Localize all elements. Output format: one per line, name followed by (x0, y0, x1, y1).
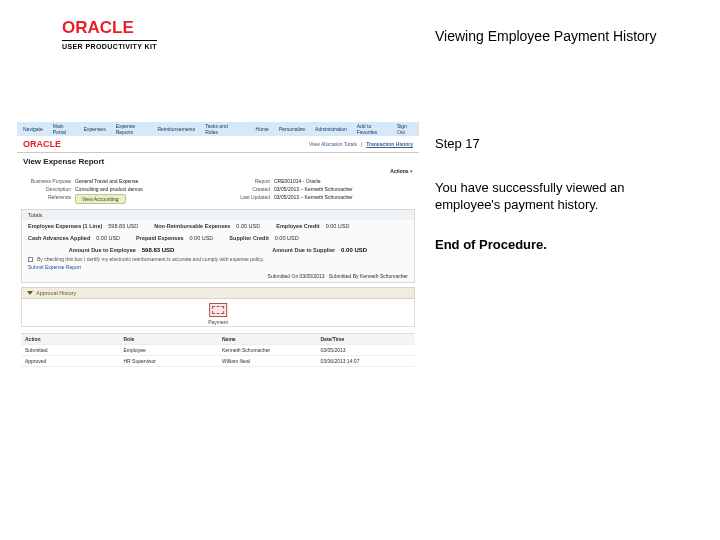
total-label: Supplier Credit (229, 235, 268, 241)
totals-header: Totals (22, 210, 414, 220)
cell: 03/06/2013 14:07 (317, 356, 416, 366)
app-header: ORACLE View Allocation Totals | Transact… (17, 136, 419, 152)
cell: Approved (21, 356, 120, 366)
app-topbar: Navigate Main Portal Expenses Expense Re… (17, 122, 419, 136)
col-datetime: Date/Time (317, 334, 416, 344)
field-label: Created (222, 186, 270, 192)
certify-checkbox[interactable] (28, 257, 33, 262)
approval-accordion: Approval History Payment (21, 287, 415, 327)
field-value: CRE001014 - Oracle (274, 178, 320, 184)
actions-label: Actions (390, 168, 408, 174)
nav-right[interactable]: Home (256, 126, 269, 132)
total-value: 0.00 USD (236, 223, 260, 229)
col-name: Name (218, 334, 317, 344)
total-label: Prepaid Expenses (136, 235, 183, 241)
cell: Kenneth Schumacher (218, 345, 317, 355)
total-value: 0.00 USD (275, 235, 299, 241)
view-link[interactable]: View Allocation Totals (309, 141, 357, 147)
history-table: Action Role Name Date/Time Submitted Emp… (21, 333, 415, 367)
amount-due-employee-value: 598.83 USD (142, 247, 175, 253)
chevron-down-icon (27, 291, 33, 295)
nav-item[interactable]: Reimbursements (157, 126, 195, 132)
section-heading: View Expense Report (17, 153, 419, 168)
nav-item[interactable]: Expense Reports (116, 123, 148, 135)
total-value: 598.83 USD (108, 223, 138, 229)
accordion-title: Approval History (36, 290, 76, 296)
instruction-panel: Step 17 You have successfully viewed an … (435, 135, 675, 253)
table-row: Submitted Employee Kenneth Schumacher 03… (21, 345, 415, 356)
brand-subtitle: USER PRODUCTIVITY KIT (62, 40, 157, 50)
view-accounting-button[interactable]: View Accounting (75, 194, 126, 204)
total-label: Employee Credit (276, 223, 319, 229)
nav-item[interactable]: Expenses (84, 126, 106, 132)
table-header-row: Action Role Name Date/Time (21, 334, 415, 345)
submitted-by-value: Kenneth Schumacher (360, 273, 408, 279)
field-value: Consulting and product demos (75, 186, 143, 192)
nav-item[interactable]: Navigate (23, 126, 43, 132)
sign-out-link[interactable]: Sign Out (397, 123, 413, 135)
submit-expense-link[interactable]: Submit Expense Report (28, 264, 81, 270)
submitted-on-value: 03/05/2013 (300, 273, 325, 279)
total-value: 0.00 USD (96, 235, 120, 241)
step-body: You have successfully viewed an employee… (435, 179, 675, 214)
total-value: 0.00 USD (190, 235, 214, 241)
total-label: Non-Reimbursable Expenses (154, 223, 230, 229)
col-role: Role (120, 334, 219, 344)
field-label: Description (23, 186, 71, 192)
nav-right[interactable]: Add to Favorites (357, 123, 387, 135)
field-value: 03/05/2013 – Kenneth Schumacher (274, 194, 353, 204)
amount-due-supplier-value: 0.00 USD (341, 247, 367, 253)
payment-icon (209, 303, 227, 317)
nav-item[interactable]: Tasks and Roles (205, 123, 235, 135)
submitted-by-label: Submitted By (329, 273, 359, 279)
field-value: 03/05/2013 – Kenneth Schumacher (274, 186, 353, 192)
field-label: Reference (23, 194, 71, 204)
field-label: Last Updated (222, 194, 270, 204)
certify-text: By checking this box I certify my electr… (37, 256, 264, 262)
app-oracle-logo: ORACLE (23, 139, 61, 149)
total-value: 0.00 USD (326, 223, 350, 229)
nav-right[interactable]: Administration (315, 126, 347, 132)
amount-due-employee-label: Amount Due to Employee (69, 247, 136, 253)
cell: William Neal (218, 356, 317, 366)
totals-panel: Totals Employee Expenses (1 Line)598.83 … (21, 209, 415, 283)
total-label: Employee Expenses (1 Line) (28, 223, 102, 229)
payment-node[interactable]: Payment (208, 303, 228, 325)
field-value: General Travel and Expense (75, 178, 138, 184)
oracle-logo: ORACLE (62, 18, 157, 38)
table-row: Approved HR Supervisor William Neal 03/0… (21, 356, 415, 367)
field-label: Business Purpose (23, 178, 71, 184)
total-label: Cash Advances Applied (28, 235, 90, 241)
cell: HR Supervisor (120, 356, 219, 366)
brand-block: ORACLE USER PRODUCTIVITY KIT (62, 18, 157, 50)
step-label: Step 17 (435, 135, 675, 153)
amount-due-supplier-label: Amount Due to Supplier (272, 247, 335, 253)
cell: Employee (120, 345, 219, 355)
nav-right[interactable]: Personalize (279, 126, 305, 132)
accordion-header[interactable]: Approval History (21, 287, 415, 299)
view-link-selected[interactable]: Transaction History (366, 141, 413, 147)
payment-caption: Payment (208, 319, 228, 325)
col-action: Action (21, 334, 120, 344)
cell: 03/05/2013 (317, 345, 416, 355)
cell: Submitted (21, 345, 120, 355)
nav-item[interactable]: Main Portal (53, 123, 74, 135)
field-label: Report (222, 178, 270, 184)
end-of-procedure: End of Procedure. (435, 236, 675, 254)
submitted-on-label: Submitted On (268, 273, 299, 279)
page-title: Viewing Employee Payment History (435, 28, 657, 44)
app-screenshot: Navigate Main Portal Expenses Expense Re… (17, 122, 419, 378)
